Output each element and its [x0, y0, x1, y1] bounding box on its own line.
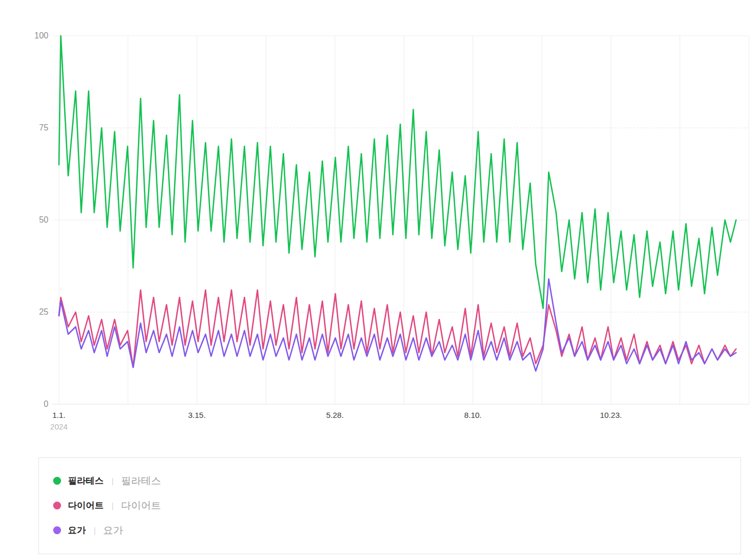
legend-label-yoga: 요가 — [68, 524, 86, 536]
legend-sublabel-pilates: 필라테스 — [121, 474, 161, 488]
y-tick-label-75: 75 — [0, 123, 48, 133]
y-tick-label-50: 50 — [0, 215, 48, 225]
legend-card: 필라테스 | 필라테스 다이어트 | 다이어트 요가 | 요가 — [38, 457, 741, 554]
legend-item-pilates[interactable]: 필라테스 | 필라테스 — [53, 468, 740, 493]
legend-label-diet: 다이어트 — [68, 499, 104, 512]
trend-chart-area[interactable]: 0255075100 1.1.20243.15.5.28.8.10.10.23. — [0, 0, 751, 442]
x-tick-label-1-1-: 1.1.2024 — [50, 410, 67, 432]
legend-item-yoga[interactable]: 요가 | 요가 — [53, 518, 740, 543]
x-axis-year-label: 2024 — [50, 422, 67, 432]
diet-series-dot-icon — [53, 502, 61, 509]
y-tick-label-25: 25 — [0, 307, 48, 317]
legend-item-diet[interactable]: 다이어트 | 다이어트 — [53, 493, 740, 518]
datalab-trend-page: 0255075100 1.1.20243.15.5.28.8.10.10.23.… — [0, 0, 751, 560]
y-tick-label-100: 100 — [0, 31, 48, 41]
legend-divider: | — [112, 501, 114, 510]
x-tick-label-5-28-: 5.28. — [326, 410, 344, 420]
series-line-pilates[interactable] — [59, 36, 736, 308]
yoga-series-dot-icon — [53, 526, 61, 534]
x-tick-label-3-15-: 3.15. — [188, 410, 206, 420]
y-tick-label-0: 0 — [0, 399, 48, 409]
legend-sublabel-yoga: 요가 — [103, 524, 123, 537]
x-tick-label-8-10-: 8.10. — [464, 410, 482, 420]
series-line-diet[interactable] — [59, 290, 736, 367]
legend-divider: | — [94, 526, 96, 535]
x-tick-label-10-23-: 10.23. — [600, 410, 622, 420]
legend-divider: | — [112, 476, 114, 485]
pilates-series-dot-icon — [53, 477, 61, 485]
legend-label-pilates: 필라테스 — [68, 475, 104, 487]
legend-sublabel-diet: 다이어트 — [121, 499, 161, 513]
trend-line-chart[interactable] — [0, 0, 751, 442]
